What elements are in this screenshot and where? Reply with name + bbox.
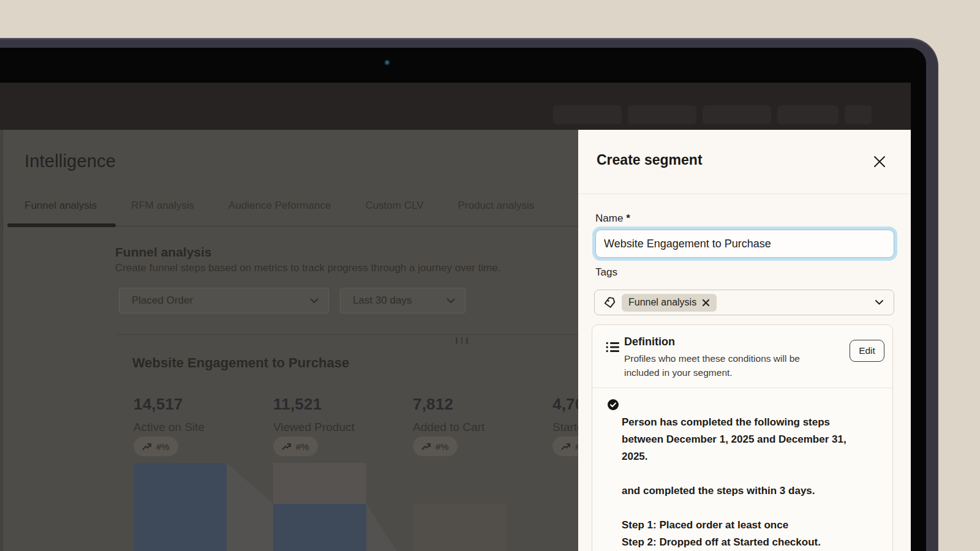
remove-tag-button[interactable] — [702, 299, 710, 307]
condition-line: and completed the steps within 3 days. — [622, 482, 886, 500]
definition-description-line: Profiles who meet these conditions will … — [624, 352, 800, 366]
condition-line: 2025. — [622, 448, 886, 465]
tag-chip-label: Funnel analysis — [628, 297, 696, 308]
name-label: Name* — [595, 212, 630, 225]
trend-up-icon — [282, 442, 292, 451]
funnel-step-stat: 11,521 Viewed Product — [273, 395, 414, 434]
condition-line: Person has completed the following steps — [622, 414, 886, 431]
tab-product-analysis[interactable]: Product analysis — [458, 200, 534, 212]
trend-up-icon — [421, 442, 431, 451]
date-range-value: Last 30 days — [353, 294, 447, 307]
funnel-chart-title: Website Engagement to Purchase — [132, 355, 349, 371]
definition-title: Definition — [624, 335, 675, 348]
step-value: 7,812 — [413, 395, 554, 414]
definition-card: Definition Profiles who meet these condi… — [592, 324, 893, 551]
step-value: 14,517 — [134, 395, 274, 414]
funnel-bar-viewed-product — [273, 504, 366, 551]
tab-funnel-analysis[interactable]: Funnel analysis — [24, 200, 97, 212]
close-icon — [873, 155, 886, 168]
laptop-screen: Intelligence Funnel analysis RFM analysi… — [0, 83, 911, 551]
panel-title: Create segment — [597, 152, 703, 168]
trend-up-icon — [142, 442, 152, 451]
tab-rfm-analysis[interactable]: RFM analysis — [131, 200, 194, 212]
close-small-icon — [702, 299, 710, 307]
create-segment-panel: Create segment Name* Tags Funnel an — [578, 130, 911, 551]
chevron-down-icon — [875, 299, 884, 305]
intelligence-tabs: Funnel analysis RFM analysis Audience Pe… — [24, 200, 534, 212]
header-button-placeholder — [777, 105, 839, 124]
header-button-placeholder — [628, 105, 696, 124]
chevron-down-icon — [310, 298, 318, 304]
badge-label: #% — [296, 441, 309, 452]
trend-up-icon — [561, 442, 571, 451]
active-tab-indicator — [7, 223, 116, 227]
step-label: Active on Site — [134, 421, 274, 434]
section-heading: Funnel analysis — [115, 245, 212, 260]
segment-name-input[interactable] — [595, 230, 894, 258]
badge-label: #% — [156, 441, 170, 452]
required-asterisk: * — [626, 212, 630, 224]
badge-label: #% — [435, 441, 449, 452]
tag-icon — [603, 296, 616, 309]
tab-audience-performance[interactable]: Audience Peformance — [228, 200, 331, 212]
definition-card-divider — [592, 388, 892, 388]
funnel-bar-dropoff — [413, 504, 506, 551]
tab-custom-clv[interactable]: Custom CLV — [365, 200, 423, 212]
funnel-step-stat: 7,812 Added to Cart — [413, 395, 554, 434]
percent-toggle-badge[interactable]: #% — [134, 437, 178, 456]
step-value: 11,521 — [273, 395, 414, 414]
step-label: Added to Cart — [413, 421, 554, 434]
condition-step-line: Step 2: Dropped off at Started checkout. — [622, 534, 886, 551]
panel-divider — [578, 193, 911, 194]
header-button-placeholder — [553, 105, 622, 124]
percent-toggle-badge[interactable]: #% — [413, 437, 458, 456]
section-description: Create funnel steps based on metrics to … — [115, 262, 500, 274]
step-label: Viewed Product — [273, 421, 414, 434]
chevron-down-icon — [447, 298, 455, 304]
funnel-bar-dropoff — [273, 463, 366, 504]
condition-step-line: Step 1: Placed order at least once — [622, 517, 886, 534]
tag-chip: Funnel analysis — [622, 294, 717, 312]
tags-select[interactable]: Funnel analysis — [594, 290, 894, 315]
funnel-step-stat: 14,517 Active on Site — [134, 395, 274, 434]
tags-label: Tags — [595, 266, 617, 279]
header-avatar-placeholder — [845, 105, 872, 124]
page-title: Intelligence — [24, 151, 116, 171]
close-button[interactable] — [871, 153, 888, 170]
bulleted-list-icon — [606, 341, 620, 353]
date-range-dropdown[interactable]: Last 30 days — [340, 288, 466, 313]
percent-toggle-badge[interactable]: #% — [273, 437, 318, 456]
edit-button[interactable]: Edit — [850, 340, 884, 362]
check-circle-icon — [607, 399, 619, 411]
metric-dropdown[interactable]: Placed Order — [119, 288, 329, 313]
header-button-placeholder — [703, 105, 771, 124]
page-left-edge — [0, 130, 3, 551]
screenshot-stage: Intelligence Funnel analysis RFM analysi… — [0, 0, 980, 551]
webcam-dot — [383, 59, 391, 67]
definition-description: Profiles who meet these conditions will … — [624, 352, 800, 380]
drag-handle-icon[interactable] — [456, 337, 468, 344]
definition-description-line: included in your segment. — [624, 366, 800, 380]
condition-line: between December 1, 2025 and December 31… — [622, 431, 886, 448]
metric-dropdown-value: Placed Order — [132, 294, 310, 307]
segment-condition-text: Person has completed the following steps… — [622, 397, 886, 551]
funnel-bar-active-on-site — [134, 463, 227, 551]
name-label-text: Name — [595, 212, 623, 224]
